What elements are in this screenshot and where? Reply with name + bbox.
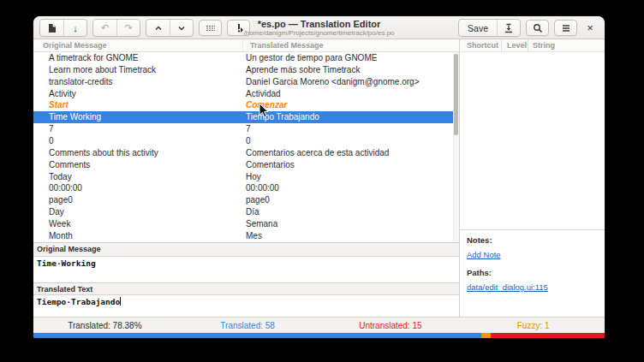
original-message-cell: Comments about this activity bbox=[33, 147, 243, 159]
chevron-up-icon bbox=[154, 24, 163, 33]
sidebar-pane: Shortcut Level String Notes: Add Note Pa… bbox=[459, 39, 605, 317]
fuzzy-toggle-button[interactable] bbox=[199, 20, 222, 36]
notes-label: Notes: bbox=[467, 234, 598, 246]
status-item: Translated: 58 bbox=[176, 321, 319, 330]
translated-message-cell: Daniel Garcia Moreno <danigm@gnome.org> bbox=[243, 76, 459, 88]
save-as-button[interactable] bbox=[497, 20, 520, 36]
open-file-button[interactable] bbox=[40, 20, 63, 36]
desktop-background: ↓ ↶ ↷ bbox=[0, 0, 644, 362]
original-message-cell: Comments bbox=[33, 159, 243, 171]
message-row[interactable]: Month Mes bbox=[33, 230, 459, 242]
translated-message-cell: Tiempo Trabajando bbox=[243, 111, 459, 123]
translated-message-cell: Día bbox=[243, 206, 459, 218]
original-message-panel-label: Original Message bbox=[33, 242, 459, 257]
message-row[interactable]: Learn more about Timetrack Aprende más s… bbox=[33, 64, 459, 76]
download-button[interactable]: ↓ bbox=[63, 20, 86, 36]
file-button-group: ↓ bbox=[39, 19, 87, 37]
search-button[interactable] bbox=[526, 20, 549, 36]
redo-button[interactable]: ↷ bbox=[116, 20, 140, 36]
original-message-cell: translator-credits bbox=[33, 76, 243, 88]
next-message-button[interactable] bbox=[170, 20, 193, 36]
translation-progress-bar bbox=[33, 333, 605, 338]
original-message-cell: 00:00:00 bbox=[33, 182, 243, 194]
message-row[interactable]: Comments about this activity Comentarios… bbox=[33, 147, 459, 159]
original-message-cell: A timetrack for GNOME bbox=[33, 52, 243, 64]
original-message-cell: Month bbox=[33, 230, 243, 242]
translated-message-cell: Mes bbox=[243, 230, 459, 242]
translated-message-cell: Comentarios bbox=[243, 159, 459, 171]
original-message-cell: Time Working bbox=[33, 111, 243, 123]
sidebar-empty-table bbox=[460, 52, 605, 229]
string-column-header[interactable]: String bbox=[528, 39, 605, 51]
arrow-down-icon: ↓ bbox=[73, 23, 78, 33]
message-row[interactable]: 00:00:00 00:00:00 bbox=[33, 182, 459, 194]
original-message-cell: Day bbox=[33, 206, 243, 218]
translated-message-cell: Un gestor de tiempo para GNOME bbox=[243, 52, 459, 64]
status-bar: Translated: 78.38% Translated: 58 Untran… bbox=[33, 317, 605, 333]
header-bar: ↓ ↶ ↷ bbox=[33, 16, 605, 39]
level-column-header[interactable]: Level bbox=[502, 39, 528, 51]
message-row[interactable]: Day Día bbox=[33, 206, 459, 218]
message-row[interactable]: Comments Comentarios bbox=[33, 159, 459, 171]
original-message-cell: Start bbox=[33, 99, 243, 111]
hamburger-menu-icon bbox=[561, 24, 571, 33]
chevron-down-icon bbox=[177, 24, 186, 33]
text-caret bbox=[120, 297, 121, 306]
original-message-cell: Today bbox=[33, 171, 243, 183]
message-row[interactable]: Time Working Tiempo Trabajando bbox=[33, 111, 459, 123]
open-document-icon bbox=[47, 23, 57, 33]
add-note-link[interactable]: Add Note bbox=[467, 249, 501, 260]
progress-segment bbox=[491, 333, 605, 338]
message-row[interactable]: 7 7 bbox=[33, 123, 459, 135]
save-button-group: Save bbox=[458, 19, 521, 37]
translated-message-cell: Comenzar bbox=[243, 99, 459, 111]
translated-message-column-header[interactable]: Translated Message bbox=[243, 39, 459, 51]
translated-message-cell: Actividad bbox=[243, 88, 459, 100]
message-table-scrollbar[interactable] bbox=[453, 52, 459, 242]
message-table-header: Original Message Translated Message bbox=[33, 39, 459, 52]
shortcut-column-header[interactable]: Shortcut bbox=[460, 39, 502, 51]
message-row[interactable]: Activity Actividad bbox=[33, 88, 459, 100]
translated-text-textview[interactable]: Tiempo·Trabajando bbox=[33, 295, 459, 317]
sidebar-table-header: Shortcut Level String bbox=[460, 39, 605, 52]
translated-message-cell: 00:00:00 bbox=[243, 182, 459, 194]
message-row[interactable]: Today Hoy bbox=[33, 171, 459, 183]
translated-text-value: Tiempo·Trabajando bbox=[37, 297, 120, 306]
save-as-icon bbox=[504, 23, 514, 33]
original-message-cell: Week bbox=[33, 218, 243, 230]
wavy-lines-icon bbox=[206, 24, 216, 33]
previous-message-button[interactable] bbox=[146, 20, 170, 36]
menu-button[interactable] bbox=[554, 20, 577, 36]
translated-text-panel-label: Translated Text bbox=[33, 282, 459, 295]
status-item: Translated: 78.38% bbox=[33, 321, 176, 330]
message-table: A timetrack for GNOME Un gestor de tiemp… bbox=[33, 52, 459, 242]
message-row[interactable]: translator-credits Daniel Garcia Moreno … bbox=[33, 76, 459, 88]
scrollbar-thumb[interactable] bbox=[454, 54, 458, 135]
progress-segment bbox=[33, 333, 481, 338]
close-window-button[interactable]: × bbox=[582, 20, 598, 36]
original-message-column-header[interactable]: Original Message bbox=[33, 39, 243, 51]
file-path-subtitle: /home/danigm/Projects/gnome/timetrack/po… bbox=[243, 29, 394, 37]
original-message-textview[interactable]: Time·Working bbox=[33, 257, 459, 282]
original-message-cell: 7 bbox=[33, 123, 243, 135]
save-button[interactable]: Save bbox=[459, 20, 497, 36]
translated-message-cell: Aprende más sobre Timetrack bbox=[243, 64, 459, 76]
message-row[interactable]: A timetrack for GNOME Un gestor de tiemp… bbox=[33, 52, 459, 64]
message-row[interactable]: page0 page0 bbox=[33, 194, 459, 206]
translation-editor-window: ↓ ↶ ↷ bbox=[33, 16, 605, 338]
undo-redo-group: ↶ ↷ bbox=[92, 19, 140, 37]
message-list-pane: Original Message Translated Message A ti… bbox=[33, 39, 459, 317]
window-title-area: *es.po — Translation Editor /home/danigm… bbox=[243, 19, 394, 37]
exclamation-arrow-icon bbox=[234, 23, 244, 33]
path-link[interactable]: data/edit_dialog.ui:115 bbox=[467, 282, 548, 293]
message-row[interactable]: Start Comenzar bbox=[33, 99, 459, 111]
translated-message-cell: 0 bbox=[243, 135, 459, 147]
message-row[interactable]: 0 0 bbox=[33, 135, 459, 147]
message-row[interactable]: Week Semana bbox=[33, 218, 459, 230]
content-area: Original Message Translated Message A ti… bbox=[33, 39, 605, 317]
close-icon: × bbox=[587, 21, 593, 34]
translated-message-cell: Semana bbox=[243, 218, 459, 230]
status-item: Untranslated: 15 bbox=[319, 321, 462, 330]
original-message-cell: 0 bbox=[33, 135, 243, 147]
undo-button[interactable]: ↶ bbox=[93, 20, 116, 36]
